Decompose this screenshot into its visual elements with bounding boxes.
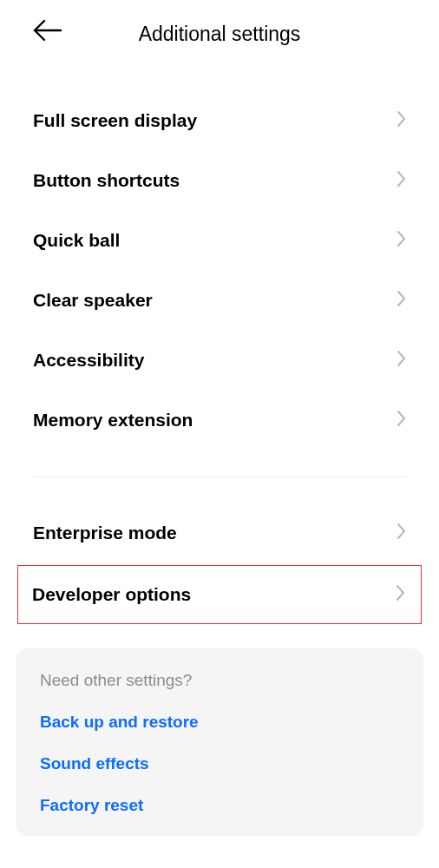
- item-memory-extension[interactable]: Memory extension: [0, 391, 439, 450]
- chevron-right-icon: [396, 230, 406, 251]
- link-back-up-and-restore[interactable]: Back up and restore: [40, 713, 399, 732]
- divider: [33, 477, 406, 477]
- item-label: Developer options: [32, 584, 191, 605]
- chevron-right-icon: [396, 290, 406, 311]
- chevron-right-icon: [396, 170, 406, 191]
- chevron-right-icon: [396, 584, 405, 605]
- suggestions-title: Need other settings?: [40, 671, 399, 690]
- item-label: Button shortcuts: [33, 170, 180, 191]
- back-icon[interactable]: [33, 19, 62, 45]
- chevron-right-icon: [396, 350, 406, 371]
- settings-list: Full screen display Button shortcuts Qui…: [0, 67, 439, 836]
- item-accessibility[interactable]: Accessibility: [0, 331, 439, 391]
- link-factory-reset[interactable]: Factory reset: [40, 796, 399, 815]
- header: Additional settings: [0, 0, 439, 67]
- page-title: Additional settings: [14, 23, 425, 46]
- suggestions-card: Need other settings? Back up and restore…: [16, 648, 423, 836]
- item-quick-ball[interactable]: Quick ball: [0, 211, 439, 271]
- link-sound-effects[interactable]: Sound effects: [40, 754, 399, 773]
- chevron-right-icon: [396, 410, 406, 431]
- item-developer-options[interactable]: Developer options: [17, 565, 422, 624]
- item-full-screen-display[interactable]: Full screen display: [0, 91, 439, 151]
- item-label: Clear speaker: [33, 290, 153, 311]
- item-clear-speaker[interactable]: Clear speaker: [0, 271, 439, 331]
- item-enterprise-mode[interactable]: Enterprise mode: [0, 503, 439, 562]
- item-label: Accessibility: [33, 350, 144, 371]
- item-label: Enterprise mode: [33, 523, 177, 543]
- item-button-shortcuts[interactable]: Button shortcuts: [0, 151, 439, 211]
- item-label: Quick ball: [33, 230, 120, 251]
- item-label: Full screen display: [33, 110, 197, 131]
- item-label: Memory extension: [33, 410, 193, 431]
- chevron-right-icon: [396, 110, 406, 131]
- chevron-right-icon: [396, 523, 406, 543]
